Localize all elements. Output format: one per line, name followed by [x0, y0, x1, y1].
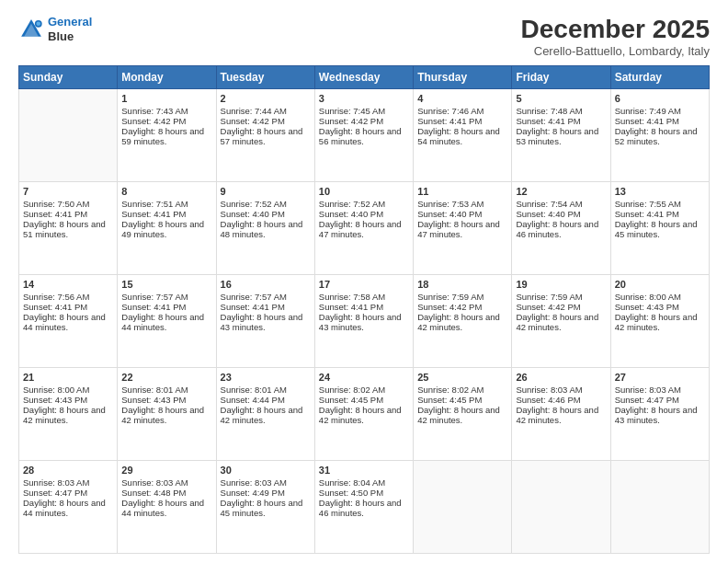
- logo-line2: Blue: [48, 29, 74, 43]
- calendar-cell: 2Sunrise: 7:44 AMSunset: 4:42 PMDaylight…: [216, 89, 314, 182]
- calendar-week-4: 21Sunrise: 8:00 AMSunset: 4:43 PMDayligh…: [19, 368, 710, 461]
- sunrise-time: Sunrise: 8:01 AM: [221, 385, 311, 395]
- sunrise-time: Sunrise: 7:59 AM: [516, 292, 606, 302]
- calendar-cell: [512, 461, 610, 554]
- col-sunday: Sunday: [19, 66, 118, 89]
- sunset-time: Sunset: 4:45 PM: [417, 395, 507, 405]
- day-number: 26: [516, 372, 606, 383]
- calendar-week-1: 1Sunrise: 7:43 AMSunset: 4:42 PMDaylight…: [19, 89, 710, 182]
- calendar-cell: 5Sunrise: 7:48 AMSunset: 4:41 PMDaylight…: [512, 89, 610, 182]
- calendar-cell: 12Sunrise: 7:54 AMSunset: 4:40 PMDayligh…: [512, 182, 610, 275]
- daylight-hours: Daylight: 8 hours and 44 minutes.: [121, 312, 211, 332]
- sunrise-time: Sunrise: 7:46 AM: [417, 106, 507, 116]
- sunrise-time: Sunrise: 7:52 AM: [221, 199, 311, 209]
- day-number: 14: [23, 279, 113, 290]
- sunrise-time: Sunrise: 8:01 AM: [121, 385, 211, 395]
- day-number: 12: [516, 186, 606, 197]
- calendar-cell: 10Sunrise: 7:52 AMSunset: 4:40 PMDayligh…: [314, 182, 413, 275]
- sunset-time: Sunset: 4:50 PM: [319, 488, 409, 498]
- logo-icon: [18, 17, 44, 42]
- sunrise-time: Sunrise: 8:02 AM: [319, 385, 409, 395]
- sunrise-time: Sunrise: 7:57 AM: [121, 292, 211, 302]
- sunrise-time: Sunrise: 8:03 AM: [516, 385, 606, 395]
- daylight-hours: Daylight: 8 hours and 48 minutes.: [221, 219, 311, 239]
- sunset-time: Sunset: 4:41 PM: [221, 302, 311, 312]
- daylight-hours: Daylight: 8 hours and 42 minutes.: [417, 312, 507, 332]
- day-number: 1: [121, 93, 211, 104]
- daylight-hours: Daylight: 8 hours and 44 minutes.: [23, 312, 113, 332]
- daylight-hours: Daylight: 8 hours and 43 minutes.: [319, 312, 409, 332]
- daylight-hours: Daylight: 8 hours and 43 minutes.: [615, 405, 705, 425]
- day-number: 20: [615, 279, 705, 290]
- calendar-cell: 24Sunrise: 8:02 AMSunset: 4:45 PMDayligh…: [314, 368, 413, 461]
- sunset-time: Sunset: 4:41 PM: [23, 302, 113, 312]
- sunset-time: Sunset: 4:44 PM: [221, 395, 311, 405]
- sunset-time: Sunset: 4:40 PM: [221, 209, 311, 219]
- sunset-time: Sunset: 4:41 PM: [121, 302, 211, 312]
- sunrise-time: Sunrise: 7:44 AM: [221, 106, 311, 116]
- title-area: December 2025 Cerello-Battuello, Lombard…: [521, 15, 710, 58]
- sunrise-time: Sunrise: 7:50 AM: [23, 199, 113, 209]
- calendar-cell: 26Sunrise: 8:03 AMSunset: 4:46 PMDayligh…: [512, 368, 610, 461]
- sunrise-time: Sunrise: 8:02 AM: [417, 385, 507, 395]
- day-number: 17: [319, 279, 409, 290]
- daylight-hours: Daylight: 8 hours and 42 minutes.: [221, 405, 311, 425]
- calendar-cell: 18Sunrise: 7:59 AMSunset: 4:42 PMDayligh…: [414, 275, 512, 368]
- sunset-time: Sunset: 4:47 PM: [615, 395, 705, 405]
- daylight-hours: Daylight: 8 hours and 42 minutes.: [319, 405, 409, 425]
- daylight-hours: Daylight: 8 hours and 51 minutes.: [23, 219, 113, 239]
- day-number: 10: [319, 186, 409, 197]
- day-number: 27: [615, 372, 705, 383]
- sunrise-time: Sunrise: 7:53 AM: [417, 199, 507, 209]
- daylight-hours: Daylight: 8 hours and 47 minutes.: [417, 219, 507, 239]
- sunset-time: Sunset: 4:41 PM: [615, 209, 705, 219]
- calendar: Sunday Monday Tuesday Wednesday Thursday…: [18, 65, 710, 554]
- col-wednesday: Wednesday: [314, 66, 413, 89]
- sunset-time: Sunset: 4:40 PM: [417, 209, 507, 219]
- day-number: 18: [417, 279, 507, 290]
- day-number: 8: [121, 186, 211, 197]
- sunrise-time: Sunrise: 8:03 AM: [23, 477, 113, 488]
- sunset-time: Sunset: 4:48 PM: [121, 488, 211, 498]
- day-number: 25: [417, 372, 507, 383]
- sunrise-time: Sunrise: 7:48 AM: [516, 106, 606, 116]
- sunrise-time: Sunrise: 7:57 AM: [221, 292, 311, 302]
- calendar-week-3: 14Sunrise: 7:56 AMSunset: 4:41 PMDayligh…: [19, 275, 710, 368]
- daylight-hours: Daylight: 8 hours and 42 minutes.: [121, 405, 211, 425]
- calendar-cell: [414, 461, 512, 554]
- day-number: 3: [319, 93, 409, 104]
- logo-text: General Blue: [48, 15, 92, 43]
- calendar-cell: 11Sunrise: 7:53 AMSunset: 4:40 PMDayligh…: [414, 182, 512, 275]
- calendar-cell: 28Sunrise: 8:03 AMSunset: 4:47 PMDayligh…: [19, 461, 118, 554]
- day-number: 31: [319, 465, 409, 476]
- sunset-time: Sunset: 4:41 PM: [615, 116, 705, 126]
- sunset-time: Sunset: 4:41 PM: [23, 209, 113, 219]
- daylight-hours: Daylight: 8 hours and 42 minutes.: [516, 405, 606, 425]
- sunset-time: Sunset: 4:42 PM: [516, 302, 606, 312]
- sunrise-time: Sunrise: 7:59 AM: [417, 292, 507, 302]
- daylight-hours: Daylight: 8 hours and 42 minutes.: [516, 312, 606, 332]
- day-number: 23: [221, 372, 311, 383]
- day-number: 30: [221, 465, 311, 476]
- daylight-hours: Daylight: 8 hours and 46 minutes.: [516, 219, 606, 239]
- day-number: 2: [221, 93, 311, 104]
- daylight-hours: Daylight: 8 hours and 42 minutes.: [615, 312, 705, 332]
- sunset-time: Sunset: 4:41 PM: [319, 302, 409, 312]
- calendar-cell: 13Sunrise: 7:55 AMSunset: 4:41 PMDayligh…: [610, 182, 709, 275]
- sunrise-time: Sunrise: 7:58 AM: [319, 292, 409, 302]
- day-number: 16: [221, 279, 311, 290]
- logo: General Blue: [18, 15, 92, 43]
- calendar-cell: 15Sunrise: 7:57 AMSunset: 4:41 PMDayligh…: [118, 275, 216, 368]
- sunset-time: Sunset: 4:45 PM: [319, 395, 409, 405]
- daylight-hours: Daylight: 8 hours and 44 minutes.: [23, 498, 113, 518]
- col-friday: Friday: [512, 66, 610, 89]
- calendar-cell: 16Sunrise: 7:57 AMSunset: 4:41 PMDayligh…: [216, 275, 314, 368]
- day-number: 6: [615, 93, 705, 104]
- col-saturday: Saturday: [610, 66, 709, 89]
- calendar-cell: 29Sunrise: 8:03 AMSunset: 4:48 PMDayligh…: [118, 461, 216, 554]
- day-number: 15: [121, 279, 211, 290]
- daylight-hours: Daylight: 8 hours and 49 minutes.: [121, 219, 211, 239]
- calendar-cell: 31Sunrise: 8:04 AMSunset: 4:50 PMDayligh…: [314, 461, 413, 554]
- sunrise-time: Sunrise: 8:04 AM: [319, 477, 409, 488]
- sunset-time: Sunset: 4:41 PM: [121, 209, 211, 219]
